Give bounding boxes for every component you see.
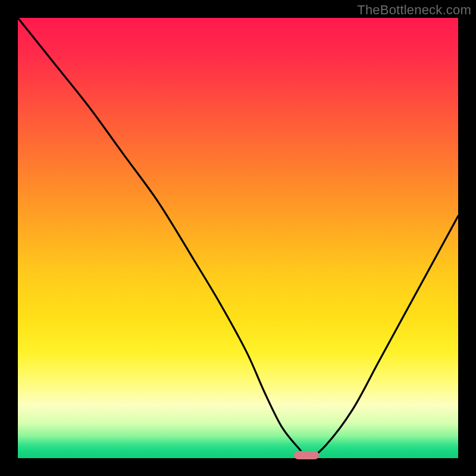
bottleneck-curve xyxy=(18,18,458,458)
chart-frame: TheBottleneck.com xyxy=(0,0,476,476)
optimum-marker xyxy=(294,451,319,459)
watermark-text: TheBottleneck.com xyxy=(357,2,471,18)
